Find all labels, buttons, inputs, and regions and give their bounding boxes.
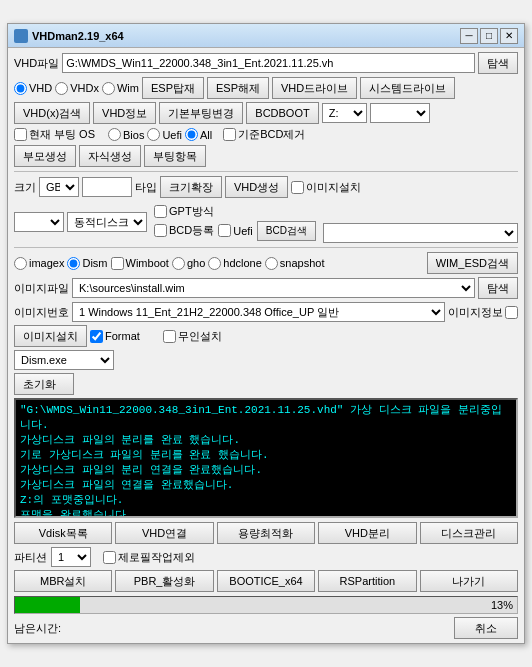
radio-imagex[interactable]: imagex: [14, 257, 64, 270]
basic-boot-button[interactable]: 기본부팅변경: [159, 102, 243, 124]
minimize-button[interactable]: ─: [460, 28, 478, 44]
expand-button[interactable]: 크기확장: [160, 176, 222, 198]
vdisk-button[interactable]: Vdisk목록: [14, 522, 112, 544]
rspartition-button[interactable]: RSPartition: [318, 570, 416, 592]
bcdboot-button[interactable]: BCDBOOT: [246, 102, 318, 124]
child-create-button[interactable]: 자식생성: [79, 145, 141, 167]
unattended-check[interactable]: 무인설치: [163, 329, 222, 344]
uefi-label: Uefi: [233, 225, 253, 237]
remove-bcd-input[interactable]: [223, 128, 236, 141]
radio-bios-input[interactable]: [108, 128, 121, 141]
diskman-button[interactable]: 디스크관리: [420, 522, 518, 544]
partition-select[interactable]: 1: [51, 547, 91, 567]
optimize-button[interactable]: 용량최적화: [217, 522, 315, 544]
image-number-row: 이미지번호 1 Windows 11_Ent_21H2_22000.348 Of…: [14, 302, 518, 322]
image-install-button[interactable]: 이미지설치: [14, 325, 87, 347]
radio-vhdx[interactable]: VHDx: [55, 82, 99, 95]
esp-unmount-button[interactable]: ESP해제: [207, 77, 269, 99]
close-button[interactable]: ✕: [500, 28, 518, 44]
vhd-scan-button[interactable]: VHD(x)검색: [14, 102, 90, 124]
uefi-check[interactable]: Uefi: [218, 224, 253, 237]
maximize-button[interactable]: □: [480, 28, 498, 44]
image-number-select[interactable]: 1 Windows 11_Ent_21H2_22000.348 Office_U…: [72, 302, 445, 322]
unattended-label: 무인설치: [178, 329, 222, 344]
radio-hdclone[interactable]: hdclone: [208, 257, 262, 270]
radio-vhd[interactable]: VHD: [14, 82, 52, 95]
gpt-check[interactable]: GPT방식: [154, 204, 316, 219]
image-info-input[interactable]: [505, 306, 518, 319]
mbr-button[interactable]: MBR설치: [14, 570, 112, 592]
image-info-check[interactable]: 이미지정보: [448, 305, 518, 320]
vhd-split-button[interactable]: VHD분리: [318, 522, 416, 544]
wimboot-check[interactable]: Wimboot: [111, 257, 169, 270]
radio-wim-label: Wim: [117, 82, 139, 94]
log-area: "G:\WMDS_Win11_22000.348_3in1_Ent.2021.1…: [14, 398, 518, 518]
radio-bios[interactable]: Bios: [108, 128, 144, 141]
app-icon: [14, 29, 28, 43]
size-unit-select[interactable]: GB: [39, 177, 79, 197]
radio-snapshot-label: snapshot: [280, 257, 325, 269]
bootice-button[interactable]: BOOTICE_x64: [217, 570, 315, 592]
parent-create-button[interactable]: 부모생성: [14, 145, 76, 167]
image-file-select[interactable]: K:\sources\install.wim: [72, 278, 475, 298]
init-button[interactable]: 초기화: [14, 373, 74, 395]
uefi-input[interactable]: [218, 224, 231, 237]
image-browse-button[interactable]: 탐색: [478, 277, 518, 299]
radio-uefi-input[interactable]: [147, 128, 160, 141]
remove-bcd-check[interactable]: 기준BCD제거: [223, 127, 305, 142]
format-check[interactable]: Format: [90, 330, 140, 343]
tool-select[interactable]: Dism.exe: [14, 350, 114, 370]
progress-bar-inner: [15, 597, 80, 613]
wim-esd-search-button[interactable]: WIM_ESD검색: [427, 252, 518, 274]
disk-type-select[interactable]: 동적디스크: [67, 212, 147, 232]
drive-combo2[interactable]: [370, 103, 430, 123]
boot-entry-button[interactable]: 부팅항목: [144, 145, 206, 167]
esp-mount-button[interactable]: ESP탑재: [142, 77, 204, 99]
radio-gho[interactable]: gho: [172, 257, 205, 270]
radio-dism[interactable]: Dism: [67, 257, 107, 270]
radio-wim-input[interactable]: [102, 82, 115, 95]
image-install-check[interactable]: 이미지설치: [291, 180, 361, 195]
vhd-file-input[interactable]: [62, 53, 475, 73]
vhd-create-button[interactable]: VHD생성: [225, 176, 288, 198]
wimboot-input[interactable]: [111, 257, 124, 270]
vhd-info-button[interactable]: VHD정보: [93, 102, 156, 124]
radio-snapshot[interactable]: snapshot: [265, 257, 325, 270]
current-os-input[interactable]: [14, 128, 27, 141]
drive-select[interactable]: Z:: [322, 103, 367, 123]
radio-all[interactable]: All: [185, 128, 212, 141]
remain-label: 남은시간:: [14, 621, 61, 636]
next-button[interactable]: 나가기: [420, 570, 518, 592]
bcd-search-button[interactable]: BCD검색: [257, 221, 316, 241]
radio-uefi[interactable]: Uefi: [147, 128, 182, 141]
radio-gho-input[interactable]: [172, 257, 185, 270]
image-install-input[interactable]: [291, 181, 304, 194]
zero-fill-input[interactable]: [103, 551, 116, 564]
image-number-label: 이미지번호: [14, 305, 69, 320]
radio-hdclone-input[interactable]: [208, 257, 221, 270]
radio-imagex-input[interactable]: [14, 257, 27, 270]
gpt-input[interactable]: [154, 205, 167, 218]
parent-row: 부모생성 자식생성 부팅항목: [14, 145, 518, 167]
browse-button[interactable]: 탐색: [478, 52, 518, 74]
size-val-select[interactable]: [14, 212, 64, 232]
radio-vhdx-input[interactable]: [55, 82, 68, 95]
bcd-reg-input[interactable]: [154, 224, 167, 237]
bcd-combo[interactable]: [323, 223, 518, 243]
format-input[interactable]: [90, 330, 103, 343]
system-drive-button[interactable]: 시스템드라이브: [360, 77, 455, 99]
pbr-button[interactable]: PBR_활성화: [115, 570, 213, 592]
vhd-drive-button[interactable]: VHD드라이브: [272, 77, 357, 99]
unattended-input[interactable]: [163, 330, 176, 343]
radio-vhd-input[interactable]: [14, 82, 27, 95]
current-os-check[interactable]: 현재 부팅 OS: [14, 127, 95, 142]
vhd-connect-button[interactable]: VHD연결: [115, 522, 213, 544]
radio-wim[interactable]: Wim: [102, 82, 139, 95]
radio-dism-input[interactable]: [67, 257, 80, 270]
zero-fill-check[interactable]: 제로필작업제외: [103, 550, 195, 565]
radio-all-input[interactable]: [185, 128, 198, 141]
radio-snapshot-input[interactable]: [265, 257, 278, 270]
cancel-button[interactable]: 취소: [454, 617, 518, 639]
size-input[interactable]: [82, 177, 132, 197]
bcd-reg-check[interactable]: BCD등록: [154, 223, 214, 238]
